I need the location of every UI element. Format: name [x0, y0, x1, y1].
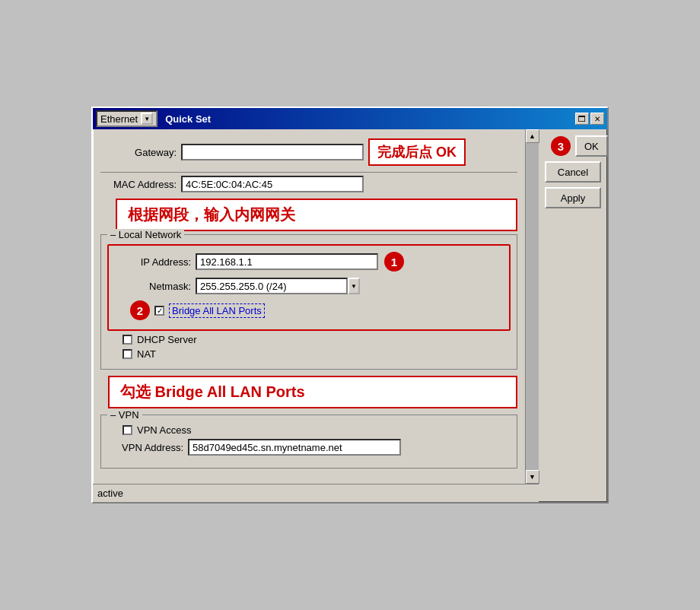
nat-checkbox[interactable] [123, 349, 132, 359]
dhcp-checkbox[interactable] [123, 335, 132, 345]
apply-button[interactable]: Apply [545, 187, 601, 208]
vpn-address-row: VPN Address: [107, 439, 511, 456]
netmask-label: Netmask: [115, 281, 191, 292]
title-bar-left: Ethernet ▼ Quick Set [96, 110, 211, 127]
ip-input[interactable] [196, 253, 378, 270]
title-buttons: 🗖 ✕ [575, 113, 604, 125]
gateway-label: Gateway: [100, 147, 177, 158]
bottom-annotation-container: 勾选 Bridge All LAN Ports [100, 376, 517, 408]
scroll-area: Gateway: 完成后点 OK MAC Address: 根据网段 [93, 129, 525, 484]
netmask-container: ▼ [196, 278, 360, 294]
local-network-legend: – Local Network [107, 229, 184, 240]
ethernet-dropdown[interactable]: Ethernet ▼ [96, 110, 158, 127]
vpn-address-input[interactable] [188, 439, 401, 456]
mac-label: MAC Address: [100, 179, 177, 190]
main-window: Ethernet ▼ Quick Set 🗖 ✕ Gateway: [91, 106, 609, 504]
vpn-legend: – VPN [107, 409, 142, 421]
ip-row: IP Address: 1 [115, 252, 503, 272]
scroll-track[interactable] [526, 143, 539, 470]
bridge-checkbox[interactable] [154, 306, 164, 316]
gateway-annotation: 完成后点 OK [368, 138, 466, 166]
status-text: active [97, 488, 123, 499]
bridge-label: Bridge All LAN Ports [169, 303, 265, 318]
inner-annotation-container: 根据网段，输入内网网关 [108, 199, 517, 231]
dhcp-row: DHCP Server [123, 334, 511, 345]
ok-row: 3 OK [545, 135, 601, 157]
netmask-input[interactable] [196, 278, 348, 294]
bridge-row: 2 Bridge All LAN Ports [130, 300, 503, 320]
restore-button[interactable]: 🗖 [575, 113, 589, 125]
badge-1: 1 [384, 252, 404, 272]
highlighted-section: IP Address: 1 Netmask: ▼ [107, 244, 511, 331]
ok-button[interactable]: OK [575, 135, 608, 157]
dhcp-label: DHCP Server [137, 334, 197, 345]
main-content: Gateway: 完成后点 OK MAC Address: 根据网段 [93, 129, 525, 484]
side-buttons: 3 OK Cancel Apply [539, 129, 607, 502]
gateway-input[interactable] [181, 144, 364, 160]
local-network-section: – Local Network IP Address: 1 [100, 234, 517, 370]
gateway-row: Gateway: 完成后点 OK [100, 138, 517, 166]
window-body: Gateway: 完成后点 OK MAC Address: 根据网段 [93, 129, 607, 502]
window-title: Quick Set [165, 113, 211, 125]
status-bar: active [93, 484, 539, 502]
netmask-dropdown-arrow[interactable]: ▼ [348, 278, 360, 294]
ip-label: IP Address: [115, 256, 191, 268]
netmask-row: Netmask: ▼ [115, 278, 503, 294]
title-bar: Ethernet ▼ Quick Set 🗖 ✕ [93, 108, 607, 129]
cancel-button[interactable]: Cancel [545, 161, 601, 183]
nat-row: NAT [123, 348, 511, 360]
close-button[interactable]: ✕ [590, 113, 604, 125]
mac-input[interactable] [181, 176, 364, 192]
vpn-access-checkbox[interactable] [123, 425, 132, 435]
vpn-section: – VPN VPN Access VPN Address: [100, 415, 517, 469]
inner-annotation: 根据网段，输入内网网关 [116, 199, 517, 231]
ethernet-dropdown-arrow[interactable]: ▼ [141, 113, 153, 125]
vpn-address-label: VPN Address: [107, 442, 183, 453]
scrollbar: ▲ ▼ [525, 129, 539, 484]
scroll-up-button[interactable]: ▲ [526, 129, 539, 143]
vpn-access-label: VPN Access [137, 424, 192, 436]
scroll-down-button[interactable]: ▼ [526, 470, 539, 484]
mac-row: MAC Address: [100, 176, 517, 192]
vpn-access-row: VPN Access [123, 424, 511, 436]
nat-label: NAT [137, 348, 156, 360]
badge-3: 3 [551, 136, 571, 156]
ethernet-label: Ethernet [100, 113, 138, 125]
badge-2: 2 [130, 300, 150, 320]
divider-1 [100, 172, 517, 173]
bottom-annotation: 勾选 Bridge All LAN Ports [108, 376, 517, 408]
